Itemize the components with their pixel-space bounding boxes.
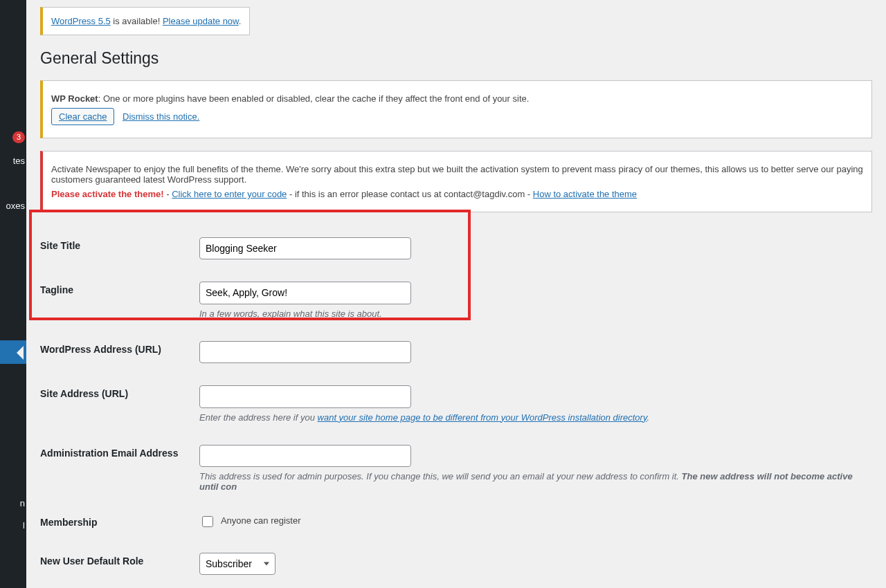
site-address-desc: Enter the address here if you want your … (199, 412, 865, 423)
how-to-activate-link[interactable]: How to activate the theme (533, 189, 637, 199)
sidebar-fragment[interactable]: tes (13, 156, 25, 166)
membership-label: Membership (40, 503, 192, 542)
tagline-desc: In a few words, explain what this site i… (199, 309, 865, 319)
update-nag-text: is available! (111, 16, 163, 26)
enter-code-link[interactable]: Click here to enter your code (172, 189, 287, 199)
theme-notice-line1: Activate Newspaper to enjoy the full ben… (51, 164, 863, 185)
general-settings-form: Site Title Tagline In a few words, expla… (40, 226, 872, 588)
sidebar-fragment[interactable]: oxes (6, 201, 25, 211)
anyone-can-register-checkbox[interactable] (202, 516, 213, 527)
default-role-label: New User Default Role (40, 542, 192, 586)
sidebar-fragment[interactable]: l (23, 520, 25, 531)
admin-sidebar[interactable]: 3 tes oxes n l (0, 0, 26, 588)
update-count-badge: 3 (12, 131, 25, 143)
wprocket-text: : One or more plugins have been enabled … (98, 93, 530, 104)
admin-email-input[interactable] (199, 445, 411, 467)
default-role-select[interactable]: Subscriber (199, 553, 275, 575)
wprocket-notice: WP Rocket: One or more plugins have been… (40, 80, 872, 138)
admin-email-desc: This address is used for admin purposes.… (199, 471, 865, 492)
update-now-link[interactable]: Please update now (163, 16, 239, 26)
wp-version-link[interactable]: WordPress 5.5 (51, 16, 111, 26)
theme-activation-notice: Activate Newspaper to enjoy the full ben… (40, 151, 872, 212)
dismiss-notice-link[interactable]: Dismiss this notice. (123, 111, 199, 122)
activate-theme-warning: Please activate the theme! (51, 189, 164, 199)
anyone-can-register-label[interactable]: Anyone can register (199, 515, 301, 526)
site-title-input[interactable] (199, 237, 411, 259)
site-title-label: Site Title (40, 226, 192, 270)
site-address-help-link[interactable]: want your site home page to be different… (318, 412, 647, 423)
clear-cache-button[interactable]: Clear cache (51, 108, 114, 125)
wp-address-input[interactable] (199, 341, 411, 363)
sidebar-active-pointer (17, 346, 24, 360)
admin-email-label: Administration Email Address (40, 434, 192, 503)
page-title: General Settings (40, 49, 872, 68)
site-address-input[interactable] (199, 385, 411, 407)
wprocket-label: WP Rocket (51, 93, 98, 104)
sidebar-fragment[interactable]: n (20, 498, 25, 508)
update-nag: WordPress 5.5 is available! Please updat… (40, 7, 250, 35)
content-area: WordPress 5.5 is available! Please updat… (26, 0, 886, 588)
site-address-label: Site Address (URL) (40, 374, 192, 433)
wp-address-label: WordPress Address (URL) (40, 330, 192, 374)
tagline-label: Tagline (40, 270, 192, 329)
tagline-input[interactable] (199, 282, 411, 304)
